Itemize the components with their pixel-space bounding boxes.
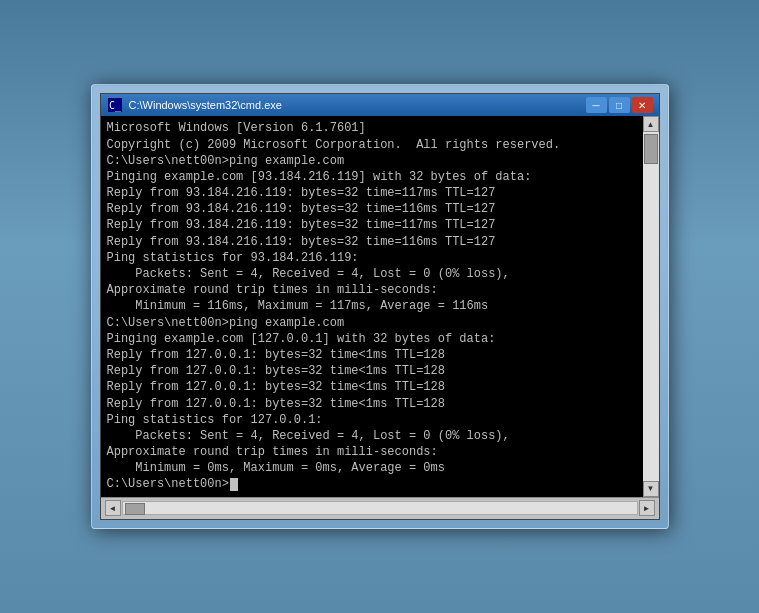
close-button[interactable]: ✕ bbox=[632, 97, 653, 113]
terminal-line: C:\Users\nett00n>ping example.com bbox=[107, 153, 637, 169]
scroll-down-arrow[interactable]: ▼ bbox=[643, 481, 659, 497]
terminal-line: Reply from 127.0.0.1: bytes=32 time<1ms … bbox=[107, 363, 637, 379]
terminal-line: Reply from 93.184.216.119: bytes=32 time… bbox=[107, 217, 637, 233]
bottom-bar: ◄ ► bbox=[101, 497, 659, 519]
scroll-left-arrow[interactable]: ◄ bbox=[105, 500, 121, 516]
terminal-line: Packets: Sent = 4, Received = 4, Lost = … bbox=[107, 428, 637, 444]
h-scroll-thumb[interactable] bbox=[125, 503, 145, 515]
terminal-line: Pinging example.com [93.184.216.119] wit… bbox=[107, 169, 637, 185]
title-bar: C_ C:\Windows\system32\cmd.exe ─ □ ✕ bbox=[101, 94, 659, 116]
terminal-line: Reply from 93.184.216.119: bytes=32 time… bbox=[107, 201, 637, 217]
scroll-thumb[interactable] bbox=[644, 134, 658, 164]
scroll-right-arrow[interactable]: ► bbox=[639, 500, 655, 516]
terminal-line: Reply from 93.184.216.119: bytes=32 time… bbox=[107, 185, 637, 201]
cmd-window: C_ C:\Windows\system32\cmd.exe ─ □ ✕ Mic… bbox=[100, 93, 660, 519]
scroll-track[interactable] bbox=[643, 132, 659, 480]
terminal-cursor bbox=[230, 478, 238, 491]
terminal-line: Copyright (c) 2009 Microsoft Corporation… bbox=[107, 137, 637, 153]
terminal-line: Packets: Sent = 4, Received = 4, Lost = … bbox=[107, 266, 637, 282]
terminal-line: Reply from 93.184.216.119: bytes=32 time… bbox=[107, 234, 637, 250]
terminal-line: C:\Users\nett00n> bbox=[107, 476, 637, 492]
terminal-line: Reply from 127.0.0.1: bytes=32 time<1ms … bbox=[107, 379, 637, 395]
h-scroll-track[interactable] bbox=[122, 501, 638, 515]
terminal-line: Approximate round trip times in milli-se… bbox=[107, 282, 637, 298]
window-title: C:\Windows\system32\cmd.exe bbox=[129, 99, 586, 111]
terminal-line: Minimum = 116ms, Maximum = 117ms, Averag… bbox=[107, 298, 637, 314]
terminal-line: Reply from 127.0.0.1: bytes=32 time<1ms … bbox=[107, 347, 637, 363]
vertical-scrollbar[interactable]: ▲ ▼ bbox=[643, 116, 659, 496]
terminal-line: Ping statistics for 127.0.0.1: bbox=[107, 412, 637, 428]
terminal-line: Minimum = 0ms, Maximum = 0ms, Average = … bbox=[107, 460, 637, 476]
scroll-up-arrow[interactable]: ▲ bbox=[643, 116, 659, 132]
content-area: Microsoft Windows [Version 6.1.7601]Copy… bbox=[101, 116, 659, 496]
terminal-line: Approximate round trip times in milli-se… bbox=[107, 444, 637, 460]
terminal-output[interactable]: Microsoft Windows [Version 6.1.7601]Copy… bbox=[101, 116, 643, 496]
svg-text:C_: C_ bbox=[109, 100, 122, 112]
minimize-button[interactable]: ─ bbox=[586, 97, 607, 113]
window-frame: C_ C:\Windows\system32\cmd.exe ─ □ ✕ Mic… bbox=[91, 84, 669, 528]
terminal-line: Reply from 127.0.0.1: bytes=32 time<1ms … bbox=[107, 396, 637, 412]
desktop: C_ C:\Windows\system32\cmd.exe ─ □ ✕ Mic… bbox=[0, 0, 759, 613]
terminal-line: Microsoft Windows [Version 6.1.7601] bbox=[107, 120, 637, 136]
terminal-line: Ping statistics for 93.184.216.119: bbox=[107, 250, 637, 266]
cmd-icon: C_ bbox=[107, 97, 123, 113]
maximize-button[interactable]: □ bbox=[609, 97, 630, 113]
window-controls: ─ □ ✕ bbox=[586, 97, 653, 113]
terminal-line: Pinging example.com [127.0.0.1] with 32 … bbox=[107, 331, 637, 347]
terminal-line: C:\Users\nett00n>ping example.com bbox=[107, 315, 637, 331]
